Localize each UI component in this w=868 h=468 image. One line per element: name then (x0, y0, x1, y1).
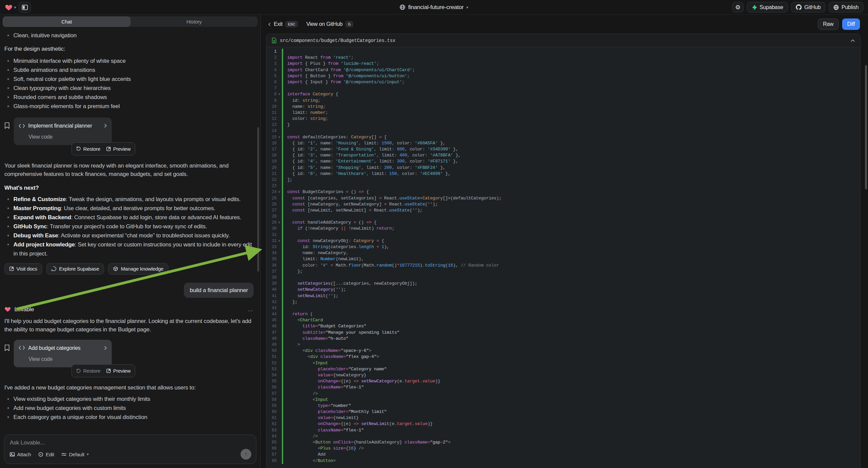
code-line[interactable]: 59 type="number" (267, 403, 860, 409)
code-line[interactable]: 1 (267, 49, 860, 55)
code-line[interactable]: 54 value={newCategory} (267, 372, 860, 378)
code-line[interactable]: 24∨const BudgetCategories = () => { (267, 189, 860, 195)
lovable-logo-menu[interactable]: ▾ (5, 3, 16, 11)
code-line[interactable]: 48 className="h-auto" (267, 336, 860, 342)
code-line[interactable]: 55 onChange={(e) => setNewCategory(e.tar… (267, 378, 860, 384)
code-line[interactable]: 44 return ( (267, 311, 860, 317)
code-line[interactable]: 52 <Input (267, 360, 860, 366)
mode-selector[interactable]: Default ▾ (61, 451, 89, 457)
code-line[interactable]: 14 (267, 128, 860, 134)
code-line[interactable]: 35 limit: Number(newLimit), (267, 256, 860, 262)
edit-button[interactable]: Edit (38, 451, 54, 457)
code-line[interactable]: 37 }; (267, 269, 860, 274)
view-on-github-button[interactable]: View on GitHub G (306, 21, 353, 27)
code-line[interactable]: 23 (267, 183, 860, 189)
code-line[interactable]: 27 const [newLimit, setNewLimit] = React… (267, 207, 860, 213)
restore-button[interactable]: Restore (76, 145, 100, 153)
explore-supabase-button[interactable]: Explore Supabase (46, 263, 104, 274)
code-line[interactable]: 66 <Plus size={16} /> (267, 445, 860, 451)
code-line[interactable]: 56 className="flex-1" (267, 384, 860, 390)
visit-docs-button[interactable]: Visit docs (4, 263, 42, 274)
code-line[interactable]: 46 title="Budget Categories" (267, 323, 860, 329)
code-line[interactable]: 3import { Plus } from 'lucide-react'; (267, 61, 860, 67)
code-line[interactable]: 62 onChange={(e) => setNewLimit(e.target… (267, 421, 860, 427)
code-line[interactable]: 43 (267, 305, 860, 311)
supabase-button[interactable]: Supabase (747, 2, 788, 12)
code-line[interactable]: 20 { id: '5', name: 'Shopping', limit: 2… (267, 165, 860, 171)
code-line[interactable]: 2import React from 'react'; (267, 55, 860, 61)
code-line[interactable]: 6import { Input } from '@/components/ui/… (267, 79, 860, 85)
code-line[interactable]: 34 name: newCategory, (267, 250, 860, 256)
code-line[interactable]: 18 { id: '3', name: 'Transportation', li… (267, 152, 860, 158)
code-line[interactable]: 57 /> (267, 391, 860, 397)
code-line[interactable]: 11 limit: number; (267, 110, 860, 116)
manage-knowledge-button[interactable]: Manage knowledge (108, 263, 168, 274)
code-line[interactable]: 8∨interface Category { (267, 91, 860, 97)
code-line[interactable]: 63 className="flex-1" (267, 428, 860, 433)
code-line[interactable]: 65 <Button onClick={handleAddCategory} c… (267, 439, 860, 445)
code-line[interactable]: 16 { id: '1', name: 'Housing', limit: 15… (267, 140, 860, 146)
attach-button[interactable]: Attach (10, 451, 31, 457)
code-line[interactable]: 17 { id: '2', name: 'Food & Dining', lim… (267, 146, 860, 152)
code-line[interactable]: 61 value={newLimit} (267, 415, 860, 421)
code-line[interactable]: 28 (267, 213, 860, 220)
preview-button[interactable]: Preview (106, 367, 130, 375)
code-line[interactable]: 51 <div className="flex gap-4"> (267, 354, 860, 360)
chat-input[interactable]: Ask Lovable... (10, 439, 251, 446)
code-line[interactable]: 9 id: string; (267, 98, 860, 104)
restore-button[interactable]: Restore (76, 367, 100, 375)
version-card-add-budget-categories[interactable]: Add budget categories View code (14, 340, 112, 367)
code-line[interactable]: 4import ChartCard from '@/components/ui/… (267, 67, 860, 73)
tab-history[interactable]: History (130, 17, 258, 27)
settings-button[interactable]: ⚙ (732, 2, 744, 12)
code-line[interactable]: 10 name: string; (267, 104, 860, 110)
exit-button[interactable]: Exit ESC (268, 21, 298, 27)
code-line[interactable]: 22]; (267, 177, 860, 183)
code-line[interactable]: 38 (267, 274, 860, 281)
code-line[interactable]: 31 (267, 232, 860, 238)
code-editor[interactable]: 12import React from 'react';3import { Pl… (267, 47, 860, 468)
diff-toggle-button[interactable]: Diff (842, 19, 860, 30)
code-line[interactable]: 68 </Button> (267, 458, 860, 464)
code-line[interactable]: 15∨const defaultCategories: Category[] =… (267, 134, 860, 140)
code-line[interactable]: 50 <div className="space-y-6"> (267, 348, 860, 354)
chat-composer[interactable]: Ask Lovable... Attach Edit Default ▾ ↑ (4, 434, 256, 464)
code-line[interactable]: 13} (267, 122, 860, 128)
code-line[interactable]: 7 (267, 85, 860, 91)
code-line[interactable]: 32∨ const newCategoryObj: Category = { (267, 238, 860, 244)
chat-message-list[interactable]: Clean, intuitive navigation For the desi… (0, 27, 260, 431)
version-card-implement-financial-planner[interactable]: Implement financial planner View code (14, 117, 112, 145)
publish-button[interactable]: Publish (829, 2, 863, 12)
view-code-link[interactable]: View code (29, 133, 107, 141)
message-more-menu[interactable]: … (247, 305, 254, 314)
code-line[interactable]: 58 <Input (267, 397, 860, 403)
code-line[interactable]: 12 color: string; (267, 116, 860, 122)
code-line[interactable]: 53 placeholder="Category name" (267, 366, 860, 372)
send-button[interactable]: ↑ (241, 449, 251, 460)
code-scrollbar[interactable] (865, 65, 867, 189)
raw-toggle-button[interactable]: Raw (818, 19, 839, 30)
code-line[interactable]: 47 subtitle="Manage your spending limits… (267, 330, 860, 336)
code-line[interactable]: 36 color: '#' + Math.floor(Math.random()… (267, 263, 860, 269)
collapse-file-button[interactable] (850, 39, 855, 42)
code-line[interactable]: 60 placeholder="Monthly limit" (267, 409, 860, 415)
code-line[interactable]: 33 id: String(categories.length + 1), (267, 244, 860, 250)
code-line[interactable]: 49 > (267, 342, 860, 348)
tab-chat[interactable]: Chat (3, 17, 130, 27)
code-line[interactable]: 39 setCategories([...categories, newCate… (267, 281, 860, 287)
project-switcher[interactable]: financial-future-creator ▾ (146, 4, 722, 11)
file-header[interactable]: src/components/budget/BudgetCategories.t… (267, 34, 860, 47)
github-button[interactable]: GitHub (791, 2, 826, 12)
chat-scrollbar[interactable] (257, 127, 259, 272)
code-line[interactable]: 29∨ const handleAddCategory = () => { (267, 220, 860, 226)
code-line[interactable]: 30 if (!newCategory || !newLimit) return… (267, 226, 860, 232)
code-line[interactable]: 5import { Button } from '@/components/ui… (267, 73, 860, 79)
view-code-link[interactable]: View code (29, 355, 107, 363)
code-line[interactable]: 67 Add (267, 451, 860, 458)
code-line[interactable]: 25 const [categories, setCategories] = R… (267, 195, 860, 201)
code-line[interactable]: 26 const [newCategory, setNewCategory] =… (267, 201, 860, 207)
code-line[interactable]: 19 { id: '4', name: 'Entertainment', lim… (267, 158, 860, 165)
preview-button[interactable]: Preview (106, 145, 130, 153)
toggle-sidebar-button[interactable] (19, 2, 31, 13)
code-line[interactable]: 45 <ChartCard (267, 317, 860, 323)
